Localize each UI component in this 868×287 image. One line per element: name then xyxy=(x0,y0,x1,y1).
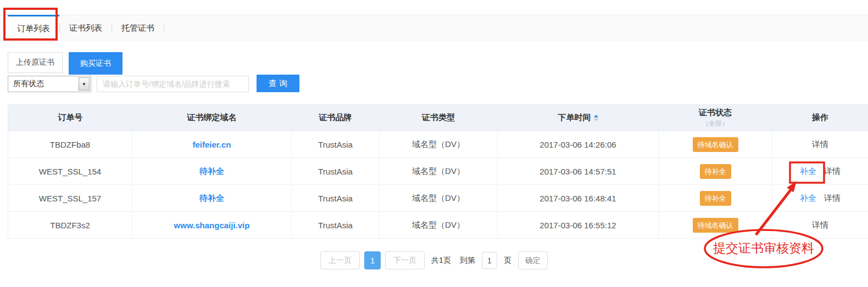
order-time-cell: 2017-03-06 16:55:12 xyxy=(498,212,659,239)
header-actions: 操作 xyxy=(772,105,868,131)
order-table-body: TBDZFba8 feifeier.cn TrustAsia 域名型（DV） 2… xyxy=(8,131,868,239)
actions-cell: 详情 xyxy=(772,212,868,239)
header-domain: 证书绑定域名 xyxy=(132,105,292,131)
current-page-button[interactable]: 1 xyxy=(364,251,381,269)
status-filter-select[interactable]: 所有状态 ▼ xyxy=(8,76,91,92)
page-jump-input[interactable] xyxy=(482,252,497,269)
query-button[interactable]: 查 询 xyxy=(257,75,299,92)
status-badge: 待域名确认 xyxy=(693,218,738,233)
header-order-time: 下单时间 xyxy=(498,105,659,131)
buy-cert-button[interactable]: 购买证书 xyxy=(69,52,123,75)
brand-cell: TrustAsia xyxy=(292,131,380,158)
brand-cell: TrustAsia xyxy=(292,185,380,212)
actions-cell: 详情 xyxy=(772,131,868,158)
type-cell: 域名型（DV） xyxy=(380,185,498,212)
header-cert-status-label: 证书状态 xyxy=(659,108,772,118)
header-order-no: 订单号 xyxy=(8,105,132,131)
tab-order-list[interactable]: 订单列表 xyxy=(8,15,59,41)
header-brand: 证书品牌 xyxy=(292,105,380,131)
table-row: TBDZF3s2 www.shangcaiji.vip TrustAsia 域名… xyxy=(8,212,868,239)
total-pages-label: 共1页 xyxy=(431,256,451,266)
order-no-cell: TBDZFba8 xyxy=(8,131,132,158)
action-details-link[interactable]: 详情 xyxy=(824,166,841,176)
action-complete-link[interactable]: 补全 xyxy=(800,166,816,176)
type-cell: 域名型（DV） xyxy=(380,131,498,158)
order-no-cell: WEST_SSL_154 xyxy=(8,158,132,185)
tab-bar: 订单列表 证书列表 托管证书 xyxy=(0,15,868,41)
domain-link[interactable]: 待补全 xyxy=(199,166,224,176)
domain-link[interactable]: www.shangcaiji.vip xyxy=(174,221,250,230)
action-complete-link[interactable]: 补全 xyxy=(800,193,816,202)
status-badge: 待域名确认 xyxy=(693,137,738,152)
order-no-cell: WEST_SSL_157 xyxy=(8,185,132,212)
actions-cell: 补全详情 xyxy=(772,158,868,185)
order-time-cell: 2017-03-06 14:57:51 xyxy=(498,158,659,185)
sort-desc-icon xyxy=(594,119,598,121)
header-type: 证书类型 xyxy=(380,105,498,131)
header-cert-status: 证书状态 （全部） xyxy=(659,105,772,131)
action-details-link[interactable]: 详情 xyxy=(812,139,828,149)
jump-prefix-label: 到第 xyxy=(460,256,475,266)
type-cell: 域名型（DV） xyxy=(380,212,498,239)
type-cell: 域名型（DV） xyxy=(380,158,498,185)
upload-original-cert-button[interactable]: 上传原证书 xyxy=(8,52,63,73)
action-details-link[interactable]: 详情 xyxy=(824,193,841,202)
sort-icon[interactable] xyxy=(594,115,598,121)
tab-cert-list[interactable]: 证书列表 xyxy=(60,15,112,41)
header-order-time-label: 下单时间 xyxy=(558,112,591,123)
domain-link[interactable]: feifeier.cn xyxy=(192,140,231,149)
tab-hosted-certs[interactable]: 托管证书 xyxy=(112,15,164,41)
confirm-page-button[interactable]: 确定 xyxy=(518,251,548,269)
action-details-link[interactable]: 详情 xyxy=(812,220,828,229)
status-filter-value: 所有状态 xyxy=(13,79,44,89)
prev-page-button[interactable]: 上一页 xyxy=(320,251,360,269)
table-row: TBDZFba8 feifeier.cn TrustAsia 域名型（DV） 2… xyxy=(8,131,868,158)
table-row: WEST_SSL_157 待补全 TrustAsia 域名型（DV） 2017-… xyxy=(8,185,868,212)
order-time-cell: 2017-03-06 14:26:06 xyxy=(498,131,659,158)
orders-table: 订单号 证书绑定域名 证书品牌 证书类型 下单时间 证书状态 （全部） 操作 T… xyxy=(8,104,868,239)
search-input[interactable] xyxy=(97,76,249,92)
status-badge: 待补全 xyxy=(700,164,731,179)
next-page-button[interactable]: 下一页 xyxy=(385,251,425,269)
domain-link[interactable]: 待补全 xyxy=(199,193,224,202)
order-no-cell: TBDZF3s2 xyxy=(8,212,132,239)
sort-asc-icon xyxy=(594,115,598,117)
table-row: WEST_SSL_154 待补全 TrustAsia 域名型（DV） 2017-… xyxy=(8,158,868,185)
dropdown-caret-icon[interactable]: ▼ xyxy=(79,77,90,91)
jump-suffix-label: 页 xyxy=(504,256,511,266)
pagination: 上一页 1 下一页 共1页 到第 页 确定 xyxy=(0,251,868,269)
brand-cell: TrustAsia xyxy=(292,212,380,239)
header-cert-status-sub: （全部） xyxy=(659,119,772,128)
status-badge: 待补全 xyxy=(700,191,731,206)
order-time-cell: 2017-03-06 16:48:41 xyxy=(498,185,659,212)
table-header-row: 订单号 证书绑定域名 证书品牌 证书类型 下单时间 证书状态 （全部） 操作 xyxy=(8,105,868,131)
tab-divider xyxy=(164,24,164,33)
actions-cell: 补全详情 xyxy=(772,185,868,212)
brand-cell: TrustAsia xyxy=(292,158,380,185)
